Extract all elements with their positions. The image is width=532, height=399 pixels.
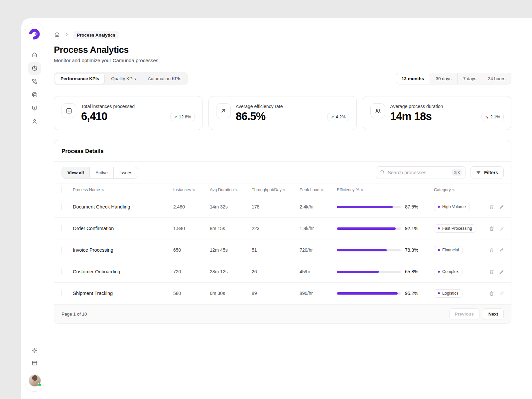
arrow-up-right-icon bbox=[216, 103, 231, 118]
sidebar bbox=[25, 23, 44, 392]
tab-view-all[interactable]: View all bbox=[62, 167, 89, 178]
category-label: Complex bbox=[442, 269, 459, 274]
peak-load-value: 1.8k/hr bbox=[300, 226, 337, 231]
sidebar-item-home[interactable] bbox=[28, 49, 41, 62]
column-header-instances[interactable]: Instances⇅ bbox=[173, 188, 210, 192]
sort-icon: ⇅ bbox=[101, 188, 104, 192]
avg-duration-value: 8m 15s bbox=[210, 226, 252, 231]
edit-button[interactable] bbox=[499, 291, 504, 296]
column-header-efficiency[interactable]: Efficiency %⇅ bbox=[337, 188, 434, 192]
row-checkbox[interactable] bbox=[62, 203, 62, 210]
edit-button[interactable] bbox=[499, 226, 504, 231]
search-box: ⌘K bbox=[376, 166, 466, 179]
online-status-dot bbox=[38, 383, 42, 387]
sidebar-item-analytics[interactable] bbox=[28, 62, 41, 75]
trend-badge: ↗ 12.8% bbox=[170, 113, 195, 121]
select-all-checkbox[interactable] bbox=[62, 187, 62, 193]
user-avatar[interactable] bbox=[29, 374, 41, 387]
sidebar-item-tasks[interactable] bbox=[28, 89, 41, 101]
column-header-process-name[interactable]: Process Name⇅ bbox=[73, 188, 173, 192]
column-header-category[interactable]: Category⇅ bbox=[434, 188, 486, 192]
sidebar-item-layout[interactable] bbox=[28, 357, 41, 370]
breadcrumb-current[interactable]: Process Analytics bbox=[73, 31, 119, 39]
page-title: Process Analytics bbox=[54, 45, 511, 55]
efficiency-label: 87.5% bbox=[405, 204, 418, 209]
efficiency-bar bbox=[337, 292, 401, 295]
search-icon bbox=[380, 169, 385, 176]
trash-icon bbox=[489, 204, 494, 210]
pencil-icon bbox=[499, 247, 504, 253]
time-range-24-hours[interactable]: 24 hours bbox=[482, 73, 511, 84]
home-icon[interactable] bbox=[54, 31, 60, 39]
tab-automation-kpis[interactable]: Automation KPIs bbox=[142, 73, 187, 84]
tab-active[interactable]: Active bbox=[89, 167, 113, 178]
sort-icon: ⇅ bbox=[235, 188, 238, 192]
page-indicator: Page 1 of 10 bbox=[62, 312, 87, 317]
delete-button[interactable] bbox=[489, 204, 494, 210]
chevron-right-icon bbox=[64, 31, 70, 39]
camunda-logo[interactable] bbox=[29, 28, 41, 40]
edit-button[interactable] bbox=[499, 247, 504, 253]
search-input[interactable] bbox=[388, 170, 452, 175]
efficiency-bar bbox=[337, 271, 401, 273]
filters-button[interactable]: Filters bbox=[470, 166, 504, 179]
delete-button[interactable] bbox=[489, 269, 494, 275]
row-checkbox[interactable] bbox=[62, 247, 62, 253]
app-window: Process Analytics Process Analytics Moni… bbox=[21, 18, 532, 399]
edit-button[interactable] bbox=[499, 269, 504, 275]
delete-button[interactable] bbox=[489, 226, 494, 231]
time-range-12-months[interactable]: 12 months bbox=[396, 73, 430, 84]
workflow-icon bbox=[31, 78, 38, 86]
column-header-throughput[interactable]: Throughput/Day⇅ bbox=[252, 188, 300, 192]
row-checkbox[interactable] bbox=[62, 290, 62, 296]
efficiency-bar bbox=[337, 249, 401, 251]
trash-icon bbox=[489, 269, 494, 275]
category-label: Financial bbox=[442, 248, 459, 252]
row-checkbox[interactable] bbox=[62, 225, 62, 231]
sidebar-item-alerts[interactable] bbox=[28, 102, 41, 115]
delete-button[interactable] bbox=[489, 291, 494, 296]
tab-performance-kpis[interactable]: Performance KPIs bbox=[55, 73, 105, 84]
process-details-card: Process Details View all Active Issues ⌘… bbox=[54, 140, 511, 324]
pencil-icon bbox=[499, 226, 504, 231]
efficiency-bar-fill bbox=[337, 206, 393, 208]
filter-icon bbox=[476, 170, 481, 176]
efficiency-bar-fill bbox=[337, 227, 396, 230]
instances-value: 720 bbox=[173, 269, 210, 274]
table-header: Process Name⇅ Instances⇅ Avg Duration⇅ T… bbox=[54, 184, 511, 196]
category-badge: Fast Processing bbox=[434, 224, 476, 233]
tab-quality-kpis[interactable]: Quality KPIs bbox=[105, 73, 141, 84]
time-range-selector: 12 months 30 days 7 days 24 hours bbox=[396, 73, 511, 84]
sidebar-item-settings[interactable] bbox=[28, 344, 41, 357]
pagination: Page 1 of 10 Previous Next bbox=[54, 304, 511, 324]
sort-icon: ⇅ bbox=[283, 188, 286, 192]
time-range-30-days[interactable]: 30 days bbox=[430, 73, 457, 84]
tab-issues[interactable]: Issues bbox=[113, 167, 138, 178]
previous-page-button[interactable]: Previous bbox=[449, 308, 479, 320]
column-header-avg-duration[interactable]: Avg Duration⇅ bbox=[210, 188, 252, 192]
process-name: Document Check Handling bbox=[73, 204, 173, 209]
time-range-7-days[interactable]: 7 days bbox=[457, 73, 482, 84]
peak-load-value: 720/hr bbox=[300, 247, 337, 253]
edit-button[interactable] bbox=[499, 204, 504, 210]
throughput-value: 26 bbox=[252, 269, 300, 274]
row-checkbox[interactable] bbox=[62, 268, 62, 275]
efficiency-bar bbox=[337, 206, 401, 208]
efficiency-label: 92.1% bbox=[405, 226, 418, 231]
sidebar-item-workflows[interactable] bbox=[28, 75, 41, 88]
avg-duration-value: 12m 45s bbox=[210, 247, 252, 253]
category-dot-icon bbox=[438, 249, 440, 251]
pie-chart-icon bbox=[31, 65, 38, 72]
delete-button[interactable] bbox=[489, 247, 494, 253]
efficiency-bar-fill bbox=[337, 249, 387, 251]
kpi-tabs: Performance KPIs Quality KPIs Automation… bbox=[54, 72, 188, 85]
table-row: Invoice Processing 650 12m 45s 51 720/hr… bbox=[54, 239, 511, 261]
category-badge: Complex bbox=[434, 268, 463, 276]
column-header-peak-load[interactable]: Peak Load⇅ bbox=[300, 188, 337, 192]
next-page-button[interactable]: Next bbox=[483, 308, 504, 320]
process-details-title: Process Details bbox=[62, 148, 504, 155]
sidebar-item-profile[interactable] bbox=[28, 115, 41, 128]
category-dot-icon bbox=[438, 206, 440, 208]
category-label: High Volume bbox=[442, 204, 466, 209]
trend-value: 4.2% bbox=[336, 114, 346, 119]
